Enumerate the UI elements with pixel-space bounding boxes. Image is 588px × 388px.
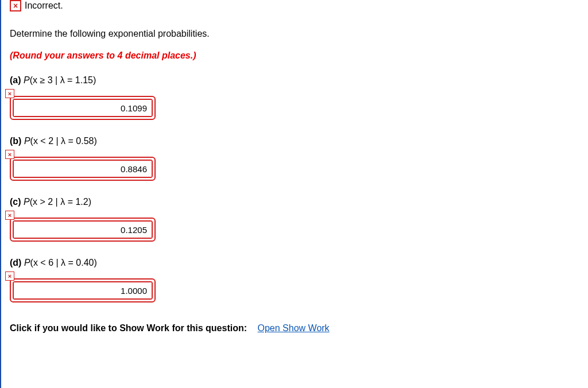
part-b-answer-wrap: × xyxy=(10,157,156,181)
part-c-label: (c) P(x > 2 | λ = 1.2) xyxy=(10,197,579,207)
part-d-answer-input[interactable] xyxy=(14,282,152,298)
incorrect-marker-icon: × xyxy=(5,89,14,98)
part-d-p: P xyxy=(24,258,30,267)
answer-inner-border xyxy=(13,281,153,300)
answer-inner-border xyxy=(13,160,153,178)
part-d-letter: (d) xyxy=(10,258,21,267)
part-d-answer-wrap: × xyxy=(10,278,156,302)
answer-inner-border xyxy=(13,99,153,117)
part-d-expr: (x < 6 | λ = 0.40) xyxy=(30,258,97,267)
status-row: × Incorrect. xyxy=(10,0,579,11)
part-b-p: P xyxy=(24,136,30,146)
answer-outer-border xyxy=(10,278,156,302)
part-d-label: (d) P(x < 6 | λ = 0.40) xyxy=(10,258,579,268)
answer-outer-border xyxy=(10,96,156,120)
part-a-answer-input[interactable] xyxy=(14,100,152,116)
answer-outer-border xyxy=(10,157,156,181)
incorrect-marker-icon: × xyxy=(5,271,14,281)
part-b-answer-input[interactable] xyxy=(14,161,152,177)
part-c-letter: (c) xyxy=(10,197,21,207)
answer-outer-border xyxy=(10,218,156,242)
part-b-expr: (x < 2 | λ = 0.58) xyxy=(30,136,97,146)
part-c-expr: (x > 2 | λ = 1.2) xyxy=(30,197,91,207)
open-show-work-link[interactable]: Open Show Work xyxy=(258,323,330,333)
question-container: × Incorrect. Determine the following exp… xyxy=(0,0,588,388)
part-c-answer-input[interactable] xyxy=(14,222,152,238)
incorrect-marker-icon: × xyxy=(5,211,14,220)
rounding-instruction: (Round your answers to 4 decimal places.… xyxy=(10,51,579,61)
part-a-expr: (x ≥ 3 | λ = 1.15) xyxy=(30,75,96,85)
incorrect-marker-icon: × xyxy=(5,150,14,159)
part-b-letter: (b) xyxy=(10,136,21,146)
part-a-label: (a) P(x ≥ 3 | λ = 1.15) xyxy=(10,75,579,86)
show-work-prompt: Click if you would like to Show Work for… xyxy=(10,323,247,333)
part-a-letter: (a) xyxy=(10,75,21,85)
show-work-row: Click if you would like to Show Work for… xyxy=(10,323,579,333)
part-b-label: (b) P(x < 2 | λ = 0.58) xyxy=(10,136,579,146)
question-text: Determine the following exponential prob… xyxy=(10,29,579,39)
part-c-p: P xyxy=(24,197,30,207)
status-text: Incorrect. xyxy=(25,1,63,11)
incorrect-icon: × xyxy=(10,0,21,11)
part-a-answer-wrap: × xyxy=(10,96,156,120)
answer-inner-border xyxy=(13,220,153,239)
part-a-p: P xyxy=(24,75,30,85)
part-c-answer-wrap: × xyxy=(10,218,156,242)
